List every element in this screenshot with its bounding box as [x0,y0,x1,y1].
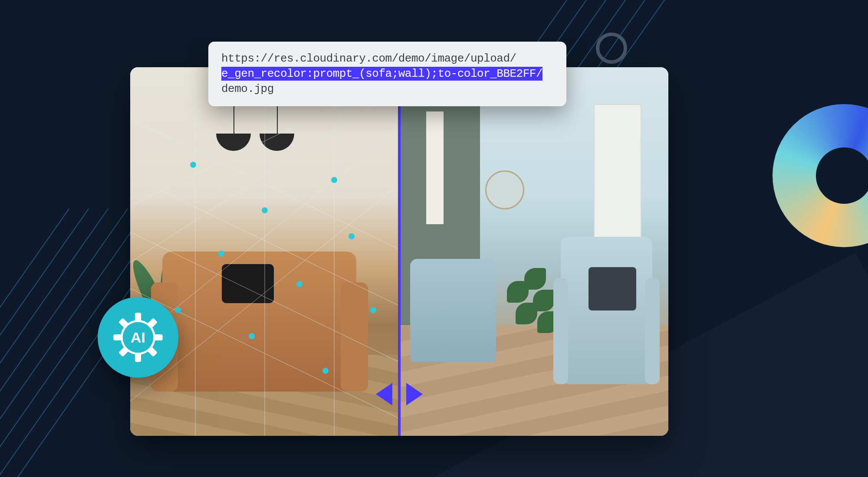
comparison-slider-line[interactable] [398,67,401,436]
pendant-light-icon [216,134,251,151]
url-line-2: e_gen_recolor:prompt_(sofa;wall);to-colo… [221,66,553,82]
url-display-box: https://res.cloudinary.com/demo/image/up… [208,42,566,106]
gear-icon: AI [112,312,164,363]
chevron-left-icon [376,383,392,405]
svg-point-13 [331,177,337,183]
comparison-window [130,67,668,436]
original-image-pane [130,67,399,436]
svg-point-12 [262,207,268,213]
ai-badge-label: AI [112,312,164,363]
svg-point-11 [190,162,196,168]
pillow-icon [222,264,274,303]
url-line-1: https://res.cloudinary.com/demo/image/up… [221,51,553,66]
pillow-icon [589,267,636,310]
mirror-icon [485,170,524,209]
pendant-light-icon [260,134,294,151]
height-ruler-icon [426,111,444,224]
decorative-circle-large [596,33,627,64]
svg-line-6 [130,89,399,262]
svg-point-17 [349,233,355,239]
plant-icon [507,268,559,355]
ai-badge: AI [98,297,178,378]
svg-point-20 [370,307,376,313]
gradient-donut-icon [773,104,868,247]
recolored-image-pane [399,67,668,436]
door-icon [594,104,641,243]
url-line-3: demo.jpg [221,82,553,97]
sofa-recolored [410,259,496,362]
url-transformation-highlight: e_gen_recolor:prompt_(sofa;wall);to-colo… [221,67,542,81]
comparison-slider-handle[interactable] [376,383,423,405]
chevron-right-icon [406,383,423,405]
chair-recolored [561,237,652,384]
